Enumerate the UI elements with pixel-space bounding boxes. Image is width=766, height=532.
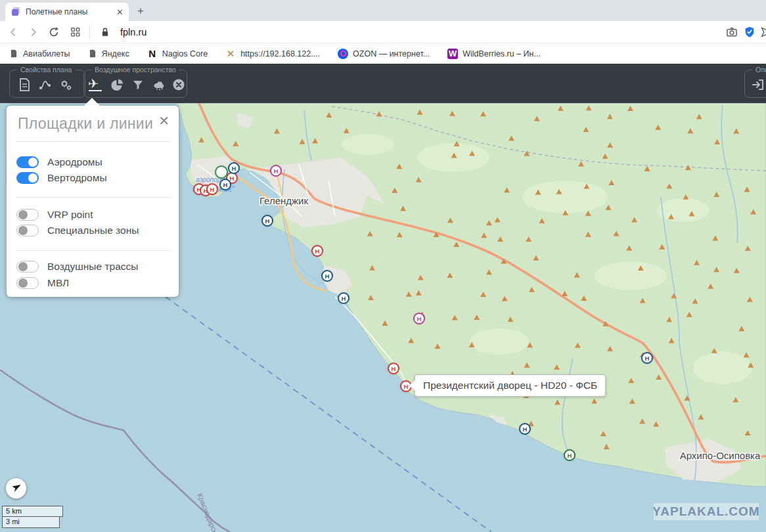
helipad-marker[interactable]: Н	[321, 270, 333, 282]
layer-row: Специальные зоны	[16, 223, 139, 238]
layer-label: VRP point	[47, 209, 93, 221]
toggle-knob	[28, 173, 37, 183]
toggle-switch[interactable]	[16, 172, 39, 184]
toolbar-group-airspace: Воздушное пространство ✈	[83, 70, 187, 98]
bookmark-item[interactable]: NNagios Core	[147, 49, 208, 59]
browser-window: Краснодарский край аэропорт Геленджик" Г…	[0, 0, 766, 532]
tab-favicon-icon	[12, 7, 21, 16]
toggle-knob	[18, 210, 28, 219]
document-icon[interactable]	[16, 77, 32, 93]
page-icon	[88, 49, 97, 58]
bookmark-label: Яндекс	[102, 49, 129, 58]
toggle-knob	[18, 262, 28, 271]
nagios-icon: N	[147, 49, 158, 59]
divider	[89, 26, 90, 39]
group-label: Воздушное пространство	[91, 66, 179, 74]
extension-icon[interactable]	[760, 26, 766, 39]
route-icon[interactable]	[37, 77, 53, 93]
toggle-knob	[18, 226, 28, 235]
aerodrome-marker[interactable]	[215, 166, 228, 179]
toolbar-group-options: Опц	[744, 70, 766, 98]
navigation-arrow-icon	[11, 483, 22, 494]
settings-gears-icon[interactable]	[58, 77, 74, 93]
town-label-gelendzhik: Геленджик	[259, 195, 309, 206]
bookmark-item[interactable]: WWildBerries.ru – Ин...	[447, 49, 541, 59]
bookmark-label: OZON — интернет...	[353, 49, 430, 58]
bookmarks-bar: АвиабилетыЯндексNNagios Core✕https://192…	[0, 43, 766, 64]
filter-funnel-icon[interactable]	[130, 77, 146, 93]
geolocate-button[interactable]	[6, 478, 26, 499]
panel-close-icon[interactable]: ✕	[158, 113, 169, 129]
url-text[interactable]: fpln.ru	[120, 27, 146, 37]
helipad-marker[interactable]: Н	[338, 292, 349, 304]
bookmark-item[interactable]: OOZON — интернет...	[338, 49, 430, 59]
scale-bar-mi: 3 mi	[2, 517, 60, 528]
bookmark-label: https://192.168.122....	[240, 49, 320, 58]
layer-row: МВЛ	[16, 276, 69, 290]
reload-icon[interactable]	[47, 26, 60, 39]
sign-in-icon[interactable]	[750, 77, 766, 93]
browser-tab[interactable]: Полетные планы ✕	[5, 3, 129, 21]
helipad-marker[interactable]: Н	[641, 352, 653, 364]
bookmark-label: Nagios Core	[162, 49, 208, 58]
toggle-switch[interactable]	[16, 209, 39, 221]
pie-chart-icon[interactable]	[109, 77, 125, 93]
bookmark-item[interactable]: ✕https://192.168.122....	[225, 49, 320, 59]
layer-label: Аэродромы	[47, 156, 102, 168]
divider	[16, 197, 171, 198]
group-label: Опц	[752, 66, 766, 74]
helipad-marker[interactable]: Н	[564, 449, 575, 461]
tooltip-arrow	[409, 380, 415, 391]
clear-layers-icon[interactable]	[171, 77, 187, 93]
helipad-marker[interactable]: Н	[261, 215, 273, 227]
divider	[16, 141, 171, 142]
helipad-marker[interactable]: Н	[311, 245, 323, 257]
bookmark-label: Авиабилеты	[23, 49, 70, 58]
panel-title: Площадки и линии	[18, 115, 153, 133]
layer-row: Воздушные трассы	[16, 259, 138, 274]
page-icon	[9, 49, 18, 58]
ozon-icon: O	[338, 49, 348, 59]
weather-cloud-icon[interactable]	[151, 77, 167, 93]
panel-pointer	[84, 98, 100, 106]
x-icon: ✕	[225, 49, 236, 59]
layer-row: Аэродромы	[16, 155, 102, 169]
helipad-marker[interactable]: Н	[206, 183, 218, 195]
tooltip-text: Президентский дворец - HD20 - ФСБ	[423, 380, 597, 391]
divider	[16, 250, 171, 251]
helipad-marker[interactable]: Н	[228, 162, 240, 174]
bookmark-item[interactable]: Яндекс	[88, 49, 129, 58]
airfields-layer-icon[interactable]: ✈	[88, 77, 104, 93]
toolbar-group-plan: Свойства плана	[9, 70, 85, 98]
forward-icon[interactable]	[27, 26, 40, 39]
map-tooltip: Президентский дворец - HD20 - ФСБ	[415, 374, 606, 397]
helipad-marker[interactable]: Н	[219, 179, 231, 190]
town-label-arkhipo: Архипо-Осиповка	[680, 450, 761, 461]
helipad-marker[interactable]: Н	[270, 165, 282, 177]
toggle-switch[interactable]	[16, 225, 39, 236]
helipad-marker[interactable]: Н	[413, 313, 425, 324]
toggle-knob	[18, 278, 28, 288]
camera-icon[interactable]	[725, 26, 738, 39]
helipad-marker[interactable]: Н	[519, 423, 531, 435]
layer-label: Вертодромы	[47, 172, 107, 184]
tab-close-icon[interactable]: ✕	[116, 8, 124, 16]
bookmark-label: WildBerries.ru – Ин...	[462, 49, 541, 58]
browser-tab-bar: Полетные планы ✕ +	[0, 0, 766, 21]
toggle-switch[interactable]	[16, 277, 39, 289]
toggle-switch[interactable]	[16, 261, 39, 273]
helipad-marker[interactable]: Н	[388, 363, 399, 374]
lock-icon[interactable]	[99, 26, 112, 39]
toggle-switch[interactable]	[16, 156, 39, 168]
apps-grid-icon[interactable]	[69, 26, 82, 39]
shield-check-icon[interactable]	[743, 26, 756, 39]
new-tab-button[interactable]: +	[135, 6, 146, 16]
flight-toolbar: Свойства плана Воздушное простр	[0, 64, 766, 103]
bookmark-item[interactable]: Авиабилеты	[9, 49, 70, 58]
back-icon[interactable]	[7, 26, 20, 39]
navigation-bar: fpln.ru	[0, 21, 766, 43]
layer-row: VRP point	[16, 208, 93, 222]
layer-label: МВЛ	[47, 277, 69, 289]
wb-icon: W	[447, 49, 458, 59]
layer-row: Вертодромы	[16, 171, 107, 185]
